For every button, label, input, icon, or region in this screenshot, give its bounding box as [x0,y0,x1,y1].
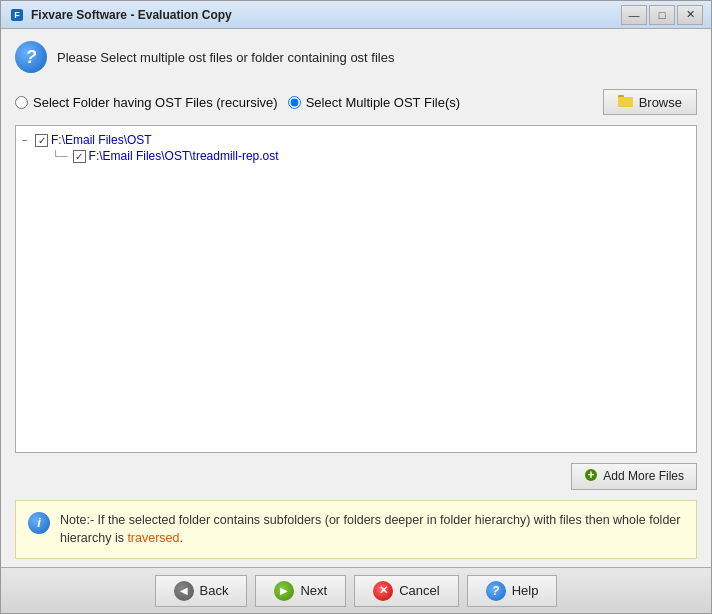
add-icon: + [584,468,598,485]
note-info-icon: i [28,512,50,534]
add-more-files-button[interactable]: + Add More Files [571,463,697,490]
help-label: Help [512,583,539,598]
radio-files-input[interactable] [288,96,301,109]
close-button[interactable]: ✕ [677,5,703,25]
header-instruction: Please Select multiple ost files or fold… [57,50,394,65]
file-tree-area[interactable]: − ✓ F:\Email Files\OST └─ ✓ F:\Email Fil… [15,125,697,453]
title-bar: F Fixvare Software - Evaluation Copy — □… [1,1,711,29]
tree-child-label: F:\Email Files\OST\treadmill-rep.ost [89,149,279,163]
header-info-icon: ? [15,41,47,73]
cancel-button[interactable]: ✕ Cancel [354,575,458,607]
tree-collapse-icon[interactable]: − [22,135,32,146]
radio-folder-input[interactable] [15,96,28,109]
tree-child-checkbox[interactable]: ✓ [73,150,86,163]
note-text: Note:- If the selected folder contains s… [60,511,684,549]
main-window: F Fixvare Software - Evaluation Copy — □… [0,0,712,614]
back-label: Back [200,583,229,598]
back-button[interactable]: ◀ Back [155,575,248,607]
add-more-files-label: Add More Files [603,469,684,483]
next-icon: ▶ [274,581,294,601]
content-area: ? Please Select multiple ost files or fo… [1,29,711,567]
svg-text:+: + [588,468,595,482]
bottom-btn-row: + Add More Files [15,461,697,492]
radio-section: Select Folder having OST Files (recursiv… [15,87,697,117]
next-button[interactable]: ▶ Next [255,575,346,607]
svg-rect-4 [618,97,633,106]
browse-button[interactable]: Browse [603,89,697,115]
help-button[interactable]: ? Help [467,575,558,607]
header-section: ? Please Select multiple ost files or fo… [15,41,697,79]
note-highlight: traversed [127,531,179,545]
footer: ◀ Back ▶ Next ✕ Cancel ? Help [1,567,711,613]
window-title: Fixvare Software - Evaluation Copy [31,8,621,22]
window-controls: — □ ✕ [621,5,703,25]
maximize-button[interactable]: □ [649,5,675,25]
help-icon: ? [486,581,506,601]
cancel-label: Cancel [399,583,439,598]
tree-root-item: − ✓ F:\Email Files\OST [22,132,690,148]
app-icon: F [9,7,25,23]
note-text-part2: . [180,531,183,545]
radio-option-folder[interactable]: Select Folder having OST Files (recursiv… [15,95,278,110]
radio-option-files[interactable]: Select Multiple OST File(s) [288,95,460,110]
back-icon: ◀ [174,581,194,601]
next-label: Next [300,583,327,598]
tree-child-item: └─ ✓ F:\Email Files\OST\treadmill-rep.os… [52,148,690,164]
tree-connector-icon: └─ [52,150,68,162]
radio-folder-label: Select Folder having OST Files (recursiv… [33,95,278,110]
browse-label: Browse [639,95,682,110]
minimize-button[interactable]: — [621,5,647,25]
tree-root-label: F:\Email Files\OST [51,133,152,147]
cancel-icon: ✕ [373,581,393,601]
svg-text:F: F [14,10,20,20]
folder-icon [618,94,634,110]
note-section: i Note:- If the selected folder contains… [15,500,697,560]
radio-files-label: Select Multiple OST File(s) [306,95,460,110]
tree-root-checkbox[interactable]: ✓ [35,134,48,147]
